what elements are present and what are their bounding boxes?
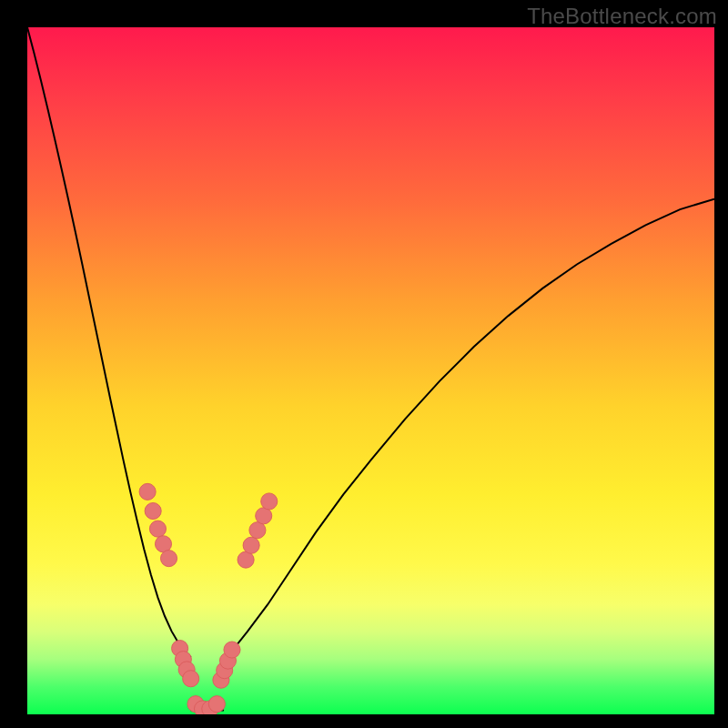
data-dot xyxy=(160,551,177,567)
chart-svg xyxy=(27,27,714,714)
data-dot xyxy=(249,522,266,539)
data-dots xyxy=(139,483,278,714)
data-dot xyxy=(256,508,272,524)
data-dot xyxy=(139,483,156,500)
data-dot xyxy=(238,551,254,568)
data-dot xyxy=(145,502,161,519)
curve-right-branch xyxy=(224,199,714,658)
plot-area xyxy=(27,27,714,714)
data-dot xyxy=(261,493,278,510)
data-dot xyxy=(155,536,171,552)
data-dot xyxy=(149,521,166,537)
data-dot xyxy=(208,696,225,713)
watermark-text: TheBottleneck.com xyxy=(527,4,717,29)
data-dot xyxy=(243,537,259,553)
chart-frame: TheBottleneck.com xyxy=(0,0,728,728)
data-dot xyxy=(183,671,199,687)
data-dot xyxy=(224,642,240,658)
